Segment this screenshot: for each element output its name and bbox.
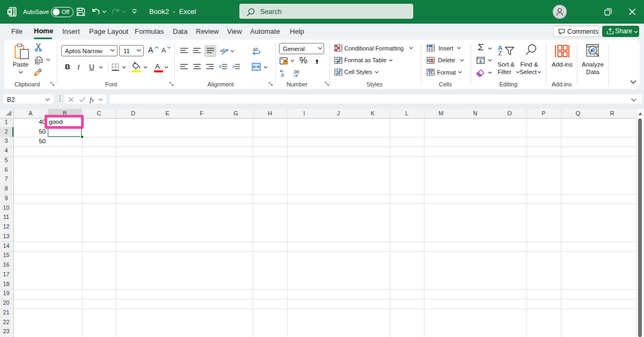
svg-text:Z: Z: [499, 50, 502, 56]
svg-text:.0: .0: [280, 72, 284, 78]
svg-text:ab: ab: [253, 47, 258, 52]
svg-text:.00: .00: [293, 70, 299, 75]
